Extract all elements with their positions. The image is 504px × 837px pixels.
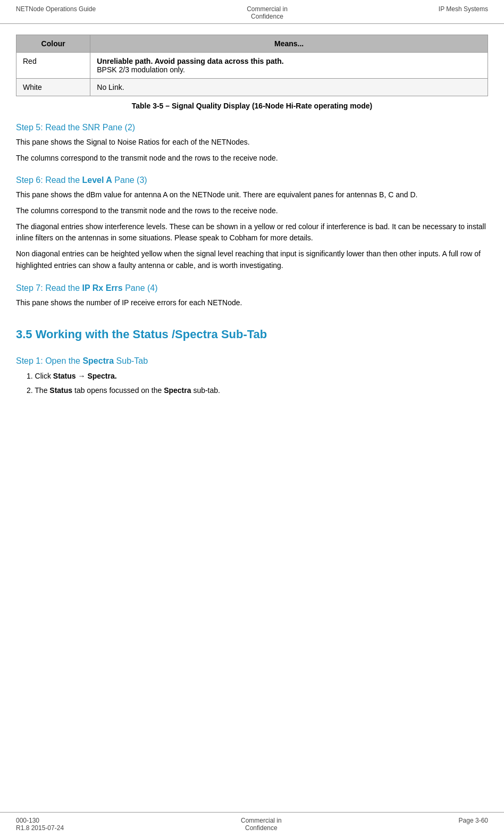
table-header-colour: Colour <box>16 35 90 53</box>
signal-quality-table: Colour Means... Red Unreliable path. Avo… <box>16 35 488 96</box>
step7-heading-bold: IP Rx Errs <box>82 283 123 292</box>
step6-heading-pre: Step 6: Read the <box>16 175 82 185</box>
footer-center-line1: Commercial in <box>241 817 282 824</box>
header-left: NETNode Operations Guide <box>16 5 96 13</box>
step1-heading-pre: Step 1: Open the <box>16 356 82 365</box>
main-content: Colour Means... Red Unreliable path. Avo… <box>0 24 504 432</box>
step7-heading: Step 7: Read the IP Rx Errs Pane (4) <box>16 283 488 293</box>
list-item-2-bold1: Status <box>49 386 72 395</box>
table-header-means: Means... <box>90 35 488 53</box>
footer-right: Page 3-60 <box>459 817 488 824</box>
step5-para1: This pane shows the Signal to Noise Rati… <box>16 137 488 148</box>
section35-step1-heading: Step 1: Open the Spectra Sub-Tab <box>16 356 488 366</box>
step6-para3: The diagonal entries show interference l… <box>16 221 488 244</box>
header-title-right: IP Mesh Systems <box>439 5 488 13</box>
list-item-1: Click Status → Spectra. <box>27 370 488 382</box>
table-row: White No Link. <box>16 79 488 96</box>
list-item-2-bold2: Spectra <box>164 386 191 395</box>
step5-heading-text: Step 5: Read the SNR Pane (2) <box>16 123 135 132</box>
table-cell-means-2: No Link. <box>90 79 488 96</box>
list-item-1-pre: Click <box>35 372 53 380</box>
table-caption: Table 3-5 – Signal Quality Display (16-N… <box>16 102 488 110</box>
list-item-2-mid: tab opens focussed on the <box>72 386 164 395</box>
header-center-line1: Commercial in <box>247 5 288 13</box>
step5-heading: Step 5: Read the SNR Pane (2) <box>16 123 488 132</box>
list-item-1-bold2: Spectra. <box>87 372 116 380</box>
header-center-line2: Confidence <box>251 13 283 20</box>
footer-left: 000-130 R1.8 2015-07-24 <box>16 817 64 832</box>
table-cell-colour-2: White <box>16 79 90 96</box>
section35-heading: 3.5 Working with the Status /Spectra Sub… <box>16 328 488 341</box>
header-right: IP Mesh Systems <box>439 5 488 13</box>
table-cell-normal-text-1: BPSK 2/3 modulation only. <box>97 65 185 74</box>
list-item-2-end: sub-tab. <box>191 386 220 395</box>
header-title-left: NETNode Operations Guide <box>16 5 96 13</box>
step5-para2: The columns correspond to the transmit n… <box>16 153 488 164</box>
header-center: Commercial in Confidence <box>247 5 288 20</box>
table-cell-means-1: Unreliable path. Avoid passing data acro… <box>90 53 488 79</box>
list-item-1-bold1: Status <box>53 372 76 380</box>
step6-heading-bold: Level A <box>82 175 112 185</box>
page-footer: 000-130 R1.8 2015-07-24 Commercial in Co… <box>0 812 504 837</box>
footer-page-number: Page 3-60 <box>459 817 488 824</box>
footer-center: Commercial in Confidence <box>241 817 282 832</box>
list-item-1-arrow: → <box>76 372 88 380</box>
page-header: NETNode Operations Guide Commercial in C… <box>0 0 504 24</box>
list-item-2: The Status tab opens focussed on the Spe… <box>27 384 488 396</box>
step6-para4: Non diagonal entries can be heighted yel… <box>16 248 488 271</box>
footer-doc-number: 000-130 <box>16 817 39 824</box>
step7-heading-post: Pane (4) <box>123 283 158 292</box>
list-item-2-pre: The <box>35 386 49 395</box>
step6-heading: Step 6: Read the Level A Pane (3) <box>16 175 488 185</box>
footer-center-line2: Confidence <box>245 824 278 832</box>
step6-para2: The columns correspond to the transmit n… <box>16 205 488 217</box>
step7-heading-pre: Step 7: Read the <box>16 283 82 292</box>
step6-heading-post: Pane (3) <box>112 175 147 185</box>
step1-heading-bold: Spectra <box>82 356 114 365</box>
step1-heading-post: Sub-Tab <box>114 356 148 365</box>
table-cell-colour-1: Red <box>16 53 90 79</box>
table-cell-bold-text-1: Unreliable path. Avoid passing data acro… <box>97 57 283 65</box>
table-row: Red Unreliable path. Avoid passing data … <box>16 53 488 79</box>
step1-list: Click Status → Spectra. The Status tab o… <box>16 370 488 396</box>
step6-para1: This pane shows the dBm value for antenn… <box>16 189 488 201</box>
footer-doc-version: R1.8 2015-07-24 <box>16 824 64 832</box>
step7-para1: This pane shows the number of IP receive… <box>16 297 488 309</box>
